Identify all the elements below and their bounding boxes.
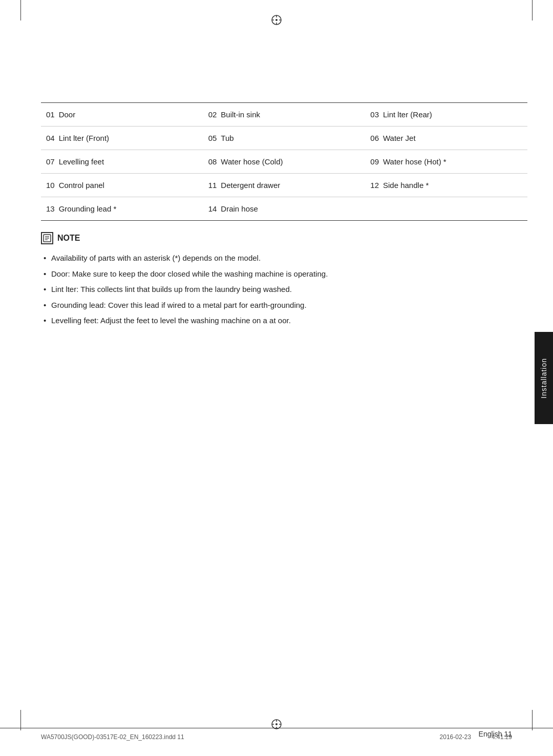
part-number: 05 bbox=[208, 133, 217, 143]
part-number: 01 bbox=[46, 109, 55, 120]
part-name: Levelling feet bbox=[59, 157, 104, 166]
part-number: 13 bbox=[46, 203, 55, 214]
footer-date: 2016-02-23 bbox=[440, 733, 471, 741]
note-icon bbox=[41, 232, 53, 244]
table-cell: 14Drain hose bbox=[203, 197, 366, 221]
page-number: English 11 bbox=[479, 730, 512, 738]
part-name: Water hose (Hot) * bbox=[383, 157, 446, 166]
part-number: 04 bbox=[46, 133, 55, 143]
top-compass-icon bbox=[271, 14, 282, 27]
corner-decoration-tl bbox=[20, 0, 21, 20]
table-cell: 06Water Jet bbox=[365, 127, 527, 150]
note-header: NOTE bbox=[41, 232, 527, 244]
part-name: Grounding lead * bbox=[59, 204, 117, 213]
table-cell: 13Grounding lead * bbox=[41, 197, 203, 221]
part-number: 08 bbox=[208, 156, 217, 167]
part-name: Lint lter (Rear) bbox=[383, 110, 432, 119]
table-row: 04Lint lter (Front)05Tub06Water Jet bbox=[41, 127, 527, 150]
part-name: Built-in sink bbox=[221, 110, 260, 119]
table-cell: 05Tub bbox=[203, 127, 366, 150]
part-name: Drain hose bbox=[221, 204, 258, 213]
corner-decoration-tr bbox=[532, 0, 533, 20]
note-list: Availability of parts with an asterisk (… bbox=[41, 250, 527, 329]
part-number: 02 bbox=[208, 109, 217, 120]
table-cell: 04Lint lter (Front) bbox=[41, 127, 203, 150]
table-row: 07Levelling feet08Water hose (Cold)09Wat… bbox=[41, 150, 527, 174]
part-name: Water Jet bbox=[383, 134, 416, 142]
note-item: Lint lter: This collects lint that build… bbox=[41, 282, 527, 298]
table-cell: 03Lint lter (Rear) bbox=[365, 103, 527, 127]
main-content: 01Door02Built-in sink03Lint lter (Rear)0… bbox=[41, 102, 527, 695]
note-item: Levelling feet: Adjust the feet to level… bbox=[41, 313, 527, 329]
part-name: Water hose (Cold) bbox=[221, 157, 283, 166]
page-container: Installation 01Door02Built-in sink03Lint… bbox=[0, 0, 553, 756]
corner-decoration-br bbox=[532, 710, 533, 730]
part-name: Control panel bbox=[59, 181, 104, 190]
note-item: Grounding lead: Cover this lead if wired… bbox=[41, 298, 527, 313]
part-name: Door bbox=[59, 110, 76, 119]
note-item: Availability of parts with an asterisk (… bbox=[41, 250, 527, 266]
footer-filename: WA5700JS(GOOD)-03517E-02_EN_160223.indd … bbox=[41, 733, 184, 741]
table-cell: 12Side handle * bbox=[365, 174, 527, 197]
part-number: 06 bbox=[370, 133, 379, 143]
part-number: 03 bbox=[370, 109, 379, 120]
table-cell: 09Water hose (Hot) * bbox=[365, 150, 527, 174]
parts-table: 01Door02Built-in sink03Lint lter (Rear)0… bbox=[41, 103, 527, 221]
part-number: 09 bbox=[370, 156, 379, 167]
table-row: 10Control panel11Detergent drawer12Side … bbox=[41, 174, 527, 197]
sidebar-tab: Installation bbox=[535, 332, 553, 424]
part-number: 10 bbox=[46, 180, 55, 191]
part-number: 07 bbox=[46, 156, 55, 167]
table-cell bbox=[365, 197, 527, 221]
part-name: Detergent drawer bbox=[221, 181, 280, 190]
part-number: 12 bbox=[370, 180, 379, 191]
bottom-compass-icon bbox=[271, 719, 282, 731]
note-section: NOTE Availability of parts with an aster… bbox=[41, 232, 527, 329]
table-row: 13Grounding lead *14Drain hose bbox=[41, 197, 527, 221]
svg-point-11 bbox=[275, 723, 278, 725]
note-title: NOTE bbox=[57, 234, 80, 243]
table-cell: 10Control panel bbox=[41, 174, 203, 197]
table-row: 01Door02Built-in sink03Lint lter (Rear) bbox=[41, 103, 527, 127]
part-number: 14 bbox=[208, 203, 217, 214]
part-number: 11 bbox=[208, 180, 217, 191]
table-cell: 02Built-in sink bbox=[203, 103, 366, 127]
corner-decoration-bl bbox=[20, 710, 21, 730]
part-name: Side handle * bbox=[383, 181, 429, 190]
part-name: Tub bbox=[221, 134, 233, 142]
table-cell: 11Detergent drawer bbox=[203, 174, 366, 197]
table-cell: 07Levelling feet bbox=[41, 150, 203, 174]
note-item: Door: Make sure to keep the door closed … bbox=[41, 266, 527, 282]
sidebar-label: Installation bbox=[540, 358, 548, 398]
table-cell: 08Water hose (Cold) bbox=[203, 150, 366, 174]
part-name: Lint lter (Front) bbox=[59, 134, 109, 142]
svg-point-1 bbox=[275, 19, 278, 21]
table-cell: 01Door bbox=[41, 103, 203, 127]
